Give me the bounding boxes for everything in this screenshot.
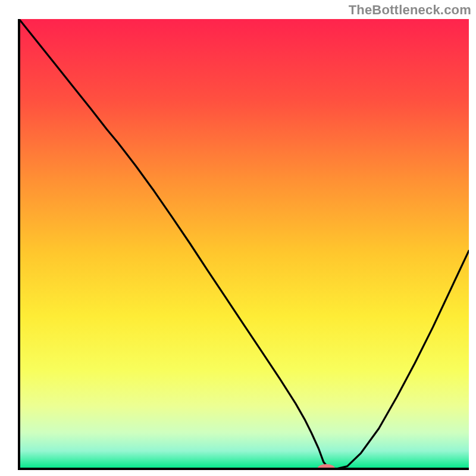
watermark-text: TheBottleneck.com [349, 2, 471, 18]
gradient-background [19, 19, 469, 469]
chart-container: TheBottleneck.com [0, 0, 476, 476]
bottleneck-chart [0, 0, 476, 476]
